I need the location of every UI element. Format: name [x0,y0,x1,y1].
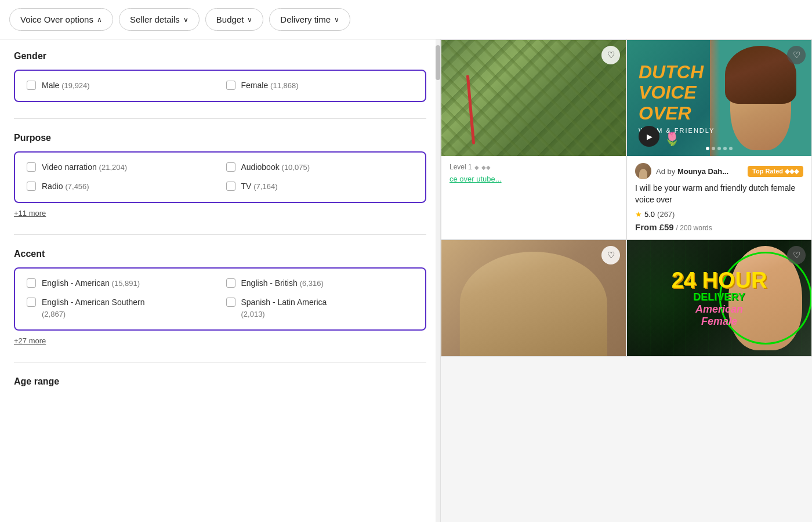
video-narration-count: (21,204) [99,163,127,172]
female-label: Female (11,868) [241,80,299,92]
hour-24-text: 24 HOUR [672,269,767,291]
gig-title-link-1[interactable]: ce over utube... [449,175,502,183]
dot-1 [706,147,709,150]
gig-card-1-image: ♡ [441,40,626,156]
option-english-american: English - American (15,891) [27,278,215,289]
radio-count: (7,456) [65,182,89,191]
dutch-voiceover-image: DUTCHVOICEOVER WARM & FRIENDLY 🌷 [627,40,811,156]
ad-by-label: Ad by [656,167,675,176]
heart-btn-1[interactable]: ♡ [601,46,620,64]
price-value: From £59 [635,222,674,232]
gig-card-4: 24 HOUR DELIVERY American Female ♡ [626,240,812,357]
main-content: Gender Male (19,924) Female (11,868) [0,39,812,522]
filter-btn-budget[interactable]: Budget ∨ [205,8,264,31]
filter-btn-voice-over[interactable]: Voice Over options ∧ [9,8,113,31]
hour-delivery-image: 24 HOUR DELIVERY American Female [627,240,811,356]
heart-btn-4[interactable]: ♡ [787,246,806,264]
filter-btn-seller-label: Seller details [130,14,180,24]
scroll-indicator [436,39,440,522]
accent-title: Accent [14,249,426,259]
cards-area: ♡ Level 1 ◆ ◆◆ ce over utube... [441,39,812,357]
english-american-checkbox[interactable] [27,278,36,288]
english-american-count: (15,891) [112,279,140,288]
purpose-more-link[interactable]: +11 more [14,209,46,217]
spanish-latin-checkbox[interactable] [226,298,235,307]
seller-name-text: Mounya Dah... [677,167,728,176]
divider-1 [14,118,426,119]
chevron-down-icon-2: ∨ [247,16,252,24]
top-rated-diamonds: ◆◆◆ [785,168,799,175]
radio-checkbox[interactable] [27,182,36,191]
divider-3 [14,362,426,362]
option-english-british: English - British (6,316) [226,278,414,289]
option-female: Female (11,868) [226,80,414,92]
filter-btn-delivery-time[interactable]: Delivery time ∨ [269,8,350,31]
gig-card-2-image: DUTCHVOICEOVER WARM & FRIENDLY 🌷 [627,40,811,156]
filter-btn-delivery-label: Delivery time [280,14,331,24]
accent-more-link[interactable]: +27 more [14,336,46,345]
dot-3 [717,147,721,150]
video-narration-checkbox[interactable] [27,162,36,172]
option-audiobook: Audiobook (10,075) [226,162,414,173]
top-rated-label: Top Rated [752,168,783,175]
price-row-2: From £59 / 200 words [635,222,803,232]
filter-btn-voice-over-label: Voice Over options [20,14,93,24]
chevron-up-icon: ∧ [97,16,102,24]
age-range-section: Age range [14,376,426,387]
star-icon: ★ [635,210,642,219]
dutch-text: DUTCHVOICEOVER [639,62,800,124]
video-narration-label: Video narration (21,204) [42,162,127,173]
heart-btn-2[interactable]: ♡ [787,46,806,64]
dot-5 [729,147,733,150]
gig-card-1-info: Level 1 ◆ ◆◆ ce over utube... [441,156,626,197]
seller-avatar-2 [635,163,651,179]
play-button[interactable] [639,126,659,147]
english-british-count: (6,316) [300,279,324,288]
audiobook-label: Audiobook (10,075) [241,162,310,173]
spanish-latin-label: Spanish - Latin America (2,013) [241,297,327,320]
scroll-thumb[interactable] [436,45,440,80]
female-checkbox[interactable] [226,81,235,90]
accent-section: Accent English - American (15,891) Engli… [14,249,426,346]
english-american-southern-count: (2,867) [42,310,66,318]
heart-btn-3[interactable]: ♡ [601,246,620,264]
gig-panel: ♡ Level 1 ◆ ◆◆ ce over utube... [441,39,812,522]
tv-checkbox[interactable] [226,182,235,191]
accent-options-box: English - American (15,891) English - Br… [14,267,426,331]
english-american-southern-checkbox[interactable] [27,298,36,307]
diamond-icon-1: ◆ [474,164,479,171]
seller-row-2: Ad by Mounya Dah... Top Rated ◆◆◆ [635,163,803,179]
price-unit: / 200 words [676,224,712,232]
filter-panel: Gender Male (19,924) Female (11,868) [0,39,441,522]
delivery-label: DELIVERY [672,291,767,303]
english-american-label: English - American (15,891) [42,278,140,289]
gig-card-4-image: 24 HOUR DELIVERY American Female ♡ [627,240,811,356]
warm-friendly-text: WARM & FRIENDLY [639,127,800,134]
option-radio: Radio (7,456) [27,181,215,193]
filter-btn-budget-label: Budget [216,14,244,24]
male-label: Male (19,924) [42,80,90,92]
english-british-label: English - British (6,316) [241,278,324,289]
purpose-title: Purpose [14,133,426,143]
top-rated-badge: Top Rated ◆◆◆ [748,166,803,177]
dots-indicator [706,147,733,150]
gig-card-2: DUTCHVOICEOVER WARM & FRIENDLY 🌷 [626,39,812,240]
english-british-checkbox[interactable] [226,278,235,288]
gig-title-1: ce over utube... [449,173,618,185]
option-video-narration: Video narration (21,204) [27,162,215,173]
tv-label: TV (7,164) [241,181,278,193]
male-checkbox[interactable] [27,81,36,90]
diamond-icon-2: ◆◆ [481,164,491,171]
purpose-section: Purpose Video narration (21,204) Audiobo… [14,133,426,218]
age-range-title: Age range [14,376,426,387]
tulip-icon: 🌷 [664,132,680,147]
filter-bar: Voice Over options ∧ Seller details ∨ Bu… [0,0,812,39]
filter-btn-seller-details[interactable]: Seller details ∨ [119,8,200,31]
gig-title-2: I will be your warm and friendly dutch f… [635,183,803,205]
seller-name-2: Ad by Mounya Dah... [656,167,728,176]
gig-card-3: ♡ [441,240,626,357]
audiobook-count: (10,075) [282,163,310,172]
audiobook-checkbox[interactable] [226,162,235,172]
gender-title: Gender [14,51,426,61]
gender-options-box: Male (19,924) Female (11,868) [14,70,426,102]
